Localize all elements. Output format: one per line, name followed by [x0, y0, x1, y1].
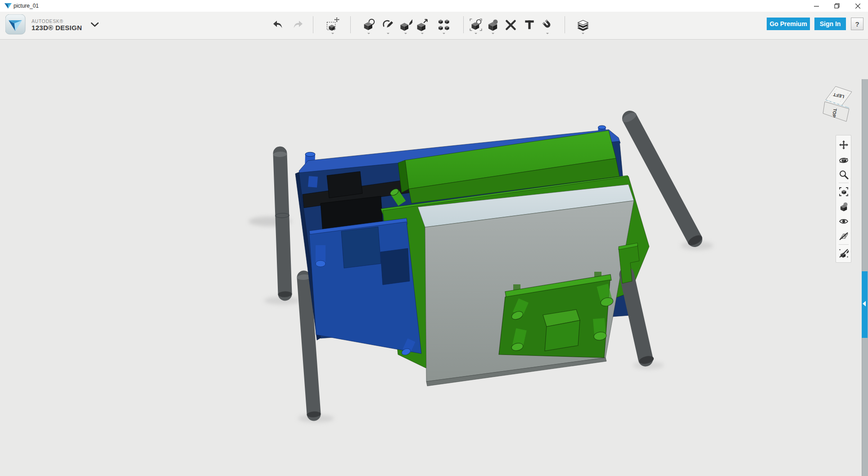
grid-hidden-icon [839, 231, 849, 241]
measure-tool-button[interactable] [503, 14, 519, 35]
pattern-tool-button[interactable] [436, 14, 452, 35]
primitives-tool-button[interactable] [361, 14, 376, 35]
snap-icon [541, 18, 554, 31]
sketch-icon [381, 18, 395, 31]
close-button[interactable] [847, 0, 868, 12]
toolbar-separator [313, 16, 313, 33]
fit-view-button[interactable] [837, 184, 850, 199]
toolbar-separator [463, 16, 464, 33]
modify-icon [416, 18, 429, 31]
undo-icon [271, 18, 285, 31]
orbit-button[interactable] [837, 152, 850, 167]
zoom-button[interactable] [837, 167, 850, 182]
go-premium-button[interactable]: Go Premium [767, 18, 810, 30]
brand-autodesk: AUTODESK® [32, 18, 63, 24]
eye-icon [839, 216, 849, 226]
minimize-button[interactable] [806, 0, 827, 12]
snap-tool-button[interactable] [540, 14, 555, 35]
sign-in-button[interactable]: Sign In [814, 18, 846, 30]
toolbar-separator [839, 183, 849, 183]
transform-tool-button[interactable] [325, 14, 341, 35]
titlebar: picture_01 [0, 0, 868, 12]
measure-icon [504, 18, 518, 31]
orbit-icon [838, 154, 849, 165]
view-navigation-toolbar [836, 135, 851, 263]
app-menu-chevron-icon[interactable] [91, 22, 99, 27]
zoom-icon [839, 170, 849, 180]
toolbar-separator [839, 244, 849, 245]
toolbar-separator [350, 16, 351, 33]
window-title: picture_01 [14, 3, 39, 9]
primitives-icon [362, 18, 375, 31]
toolbar-separator [565, 16, 565, 33]
sketch-visibility-button[interactable] [837, 246, 850, 260]
fit-view-icon [839, 187, 849, 197]
app-logo-icon[interactable] [5, 14, 26, 35]
transform-icon [326, 18, 340, 32]
pan-button[interactable] [837, 137, 850, 152]
material-tool-button[interactable] [574, 14, 592, 35]
shaded-view-button[interactable] [837, 199, 850, 214]
modify-tool-button[interactable] [415, 14, 430, 35]
brand-123d-design: 123D® DESIGN [32, 24, 82, 31]
pattern-icon [437, 18, 451, 31]
rod-right[interactable] [627, 274, 655, 365]
shaded-view-icon [839, 202, 849, 211]
app-toolbar: AUTODESK® 123D® DESIGN [0, 12, 868, 40]
green-pcb-plate[interactable] [499, 272, 614, 358]
grouping-icon [469, 18, 483, 31]
construct-icon [399, 18, 412, 31]
rod-top-left[interactable] [273, 151, 292, 297]
show-hide-button[interactable] [837, 214, 850, 229]
model-3d-canvas[interactable] [0, 40, 868, 476]
grouping-tool-button[interactable] [468, 14, 484, 35]
expand-panel-tab[interactable] [862, 271, 868, 338]
sketch-tool-button[interactable] [380, 14, 396, 35]
combine-tool-button[interactable] [485, 14, 501, 35]
restore-button[interactable] [827, 0, 847, 12]
app-window: picture_01 AUTODESK® 123D® DESIGN [0, 0, 868, 476]
text-icon [523, 18, 536, 31]
material-icon [576, 18, 590, 32]
grid-visibility-button[interactable] [837, 229, 850, 243]
viewport-3d[interactable]: LEFT TOP [0, 40, 868, 476]
undo-button[interactable] [270, 14, 285, 35]
blue-front-plate[interactable] [309, 218, 421, 356]
app-logo-small-icon [5, 3, 12, 9]
combine-icon [486, 18, 500, 31]
expand-panel-arrow-icon [863, 301, 866, 306]
restore-icon [834, 3, 840, 9]
pan-icon [839, 140, 849, 150]
construct-tool-button[interactable] [398, 14, 413, 35]
close-icon [855, 4, 860, 9]
redo-icon [291, 18, 305, 31]
redo-button[interactable] [290, 14, 306, 35]
help-button[interactable]: ? [851, 18, 863, 30]
text-tool-button[interactable] [522, 14, 537, 35]
pcb-component-box[interactable] [543, 310, 580, 351]
main-toolbar [270, 13, 592, 36]
view-cube[interactable]: LEFT TOP [820, 82, 858, 125]
sketch-hidden-icon [839, 248, 849, 258]
